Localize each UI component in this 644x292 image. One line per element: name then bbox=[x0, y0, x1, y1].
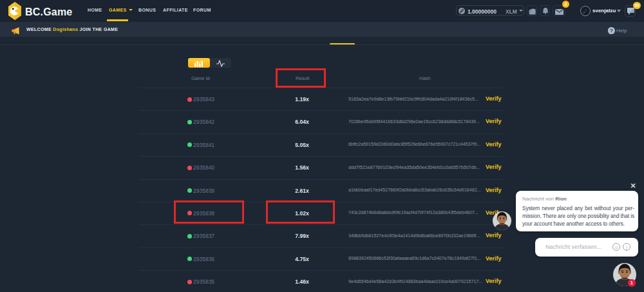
svg-text:?: ? bbox=[610, 28, 613, 34]
